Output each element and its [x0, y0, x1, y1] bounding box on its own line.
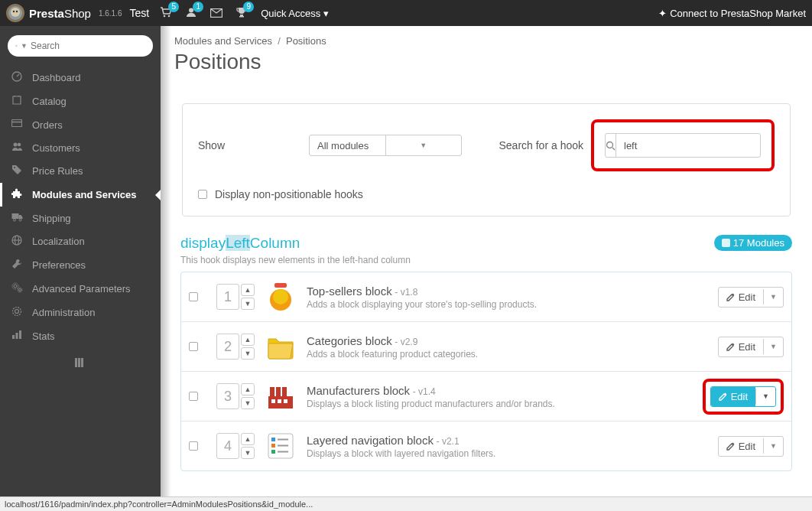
users-icon	[11, 142, 23, 154]
module-count-badge[interactable]: 17 Modules	[714, 235, 792, 251]
checkbox-icon[interactable]	[198, 190, 207, 199]
sidebar-item-label: Orders	[32, 119, 63, 131]
module-version: - v2.9	[395, 337, 417, 347]
breadcrumb-current: Positions	[286, 35, 326, 47]
caret-down-icon[interactable]: ▼	[763, 289, 783, 304]
move-down-button[interactable]: ▼	[241, 397, 255, 409]
sidebar-item-label: Customers	[32, 142, 80, 154]
sidebar-item-orders[interactable]: Orders	[0, 113, 161, 136]
sidebar-item-localization[interactable]: Localization	[0, 229, 161, 253]
user-badge: 1	[193, 2, 203, 12]
module-name: Layered navigation block	[307, 434, 434, 447]
svg-rect-46	[284, 399, 287, 403]
mail-icon[interactable]	[210, 7, 222, 20]
module-info: Layered navigation block - v2.1 Displays…	[307, 434, 710, 459]
move-up-button[interactable]: ▲	[241, 383, 255, 395]
quick-access-dropdown[interactable]: Quick Access ▾	[261, 8, 329, 19]
trophy-badge: 9	[243, 2, 254, 12]
svg-point-28	[13, 308, 21, 316]
module-version: - v1.4	[413, 386, 436, 397]
move-down-button[interactable]: ▼	[241, 447, 255, 459]
hook-title[interactable]: displayLeftColumn	[180, 235, 411, 252]
position-number: 2	[216, 334, 239, 360]
position-control: 2 ▲ ▼	[216, 334, 255, 360]
status-url: localhost/1616/padmin/index.php?controll…	[5, 500, 313, 509]
sidebar-item-price-rules[interactable]: Price Rules	[0, 159, 161, 183]
module-version: - v2.1	[437, 436, 460, 447]
edit-button[interactable]: Edit▼	[718, 337, 784, 357]
edit-button[interactable]: Edit▼	[710, 386, 776, 407]
topbar-icons: 5 1 9	[160, 7, 247, 20]
module-icon	[262, 278, 299, 315]
sidebar-item-modules-and-services[interactable]: Modules and Services	[0, 183, 161, 207]
search-hook-input-wrap	[605, 133, 761, 158]
display-non-positionable[interactable]: Display non-positionable hooks	[198, 188, 775, 200]
search-hook-input[interactable]	[616, 140, 760, 151]
svg-point-5	[168, 15, 171, 17]
sidebar-search-input[interactable]	[31, 41, 145, 51]
move-down-button[interactable]: ▼	[241, 298, 255, 310]
truck-icon	[11, 212, 23, 224]
sidebar-item-label: Administration	[32, 307, 95, 318]
svg-rect-42	[276, 387, 281, 396]
user-icon[interactable]: 1	[186, 7, 197, 20]
tag-icon	[11, 164, 23, 177]
sidebar-item-administration[interactable]: Administration	[0, 301, 161, 324]
topbar: PrestaShop 1.6.1.6 Test 5 1 9 Quick Acce…	[0, 0, 812, 26]
module-info: Manufacturers block - v1.4 Displays a bl…	[307, 384, 695, 409]
move-up-button[interactable]: ▲	[241, 284, 255, 296]
svg-point-3	[16, 11, 18, 12]
version: 1.6.1.6	[99, 9, 122, 18]
filter-panel: Show All modules ▼ Search for a hook	[182, 103, 791, 216]
dashboard-icon	[11, 71, 23, 84]
row-checkbox[interactable]	[189, 292, 198, 301]
sidebar-item-catalog[interactable]: Catalog	[0, 90, 161, 113]
svg-rect-29	[12, 335, 15, 339]
caret-down-icon[interactable]: ▼	[763, 339, 783, 354]
brand-logo[interactable]: PrestaShop 1.6.1.6	[6, 4, 122, 22]
sidebar-search: ▼	[8, 35, 153, 57]
move-up-button[interactable]: ▲	[241, 433, 255, 445]
row-checkbox[interactable]	[189, 441, 198, 451]
position-number: 1	[216, 284, 239, 310]
edit-button[interactable]: Edit▼	[718, 436, 784, 457]
sidebar-item-label: Stats	[32, 330, 55, 342]
breadcrumb-parent[interactable]: Modules and Services	[174, 35, 272, 47]
sidebar-item-label: Preferences	[32, 259, 86, 271]
marketplace-icon: ✦	[658, 8, 667, 19]
svg-rect-41	[270, 387, 274, 396]
marketplace-link[interactable]: ✦ Connect to PrestaShop Market	[658, 8, 806, 19]
move-up-button[interactable]: ▲	[241, 334, 255, 346]
svg-point-24	[12, 283, 18, 289]
row-checkbox[interactable]	[189, 342, 198, 351]
sidebar-item-stats[interactable]: Stats	[0, 324, 161, 347]
sidebar-item-customers[interactable]: Customers	[0, 136, 161, 159]
row-checkbox[interactable]	[189, 392, 198, 401]
svg-point-15	[17, 143, 21, 147]
position-control: 4 ▲ ▼	[216, 433, 255, 459]
sidebar-item-preferences[interactable]: Preferences	[0, 253, 161, 277]
site-name[interactable]: Test	[130, 7, 150, 19]
caret-down-icon[interactable]: ▼	[763, 438, 783, 454]
svg-line-36	[612, 148, 615, 150]
sidebar: ▼ DashboardCatalogOrdersCustomersPrice R…	[0, 26, 161, 496]
module-row: 2 ▲ ▼ Categories block - v2.9 Adds a blo…	[181, 322, 791, 372]
module-actions: Edit▼	[703, 379, 784, 415]
caret-down-icon[interactable]: ▼	[755, 389, 775, 404]
move-down-button[interactable]: ▼	[241, 347, 255, 360]
sidebar-item-advanced-parameters[interactable]: Advanced Parameters	[0, 277, 161, 301]
caret-down-icon[interactable]: ▼	[21, 42, 28, 50]
cart-icon[interactable]: 5	[160, 7, 172, 20]
sidebar-item-dashboard[interactable]: Dashboard	[0, 66, 161, 90]
wrench-icon	[11, 259, 23, 272]
module-description: Adds a block displaying your store's top…	[307, 299, 710, 310]
trophy-icon[interactable]: 9	[236, 7, 247, 20]
sidebar-collapse-icon[interactable]	[0, 347, 161, 380]
svg-rect-49	[271, 444, 275, 448]
sidebar-item-shipping[interactable]: Shipping	[0, 207, 161, 229]
module-select[interactable]: All modules ▼	[309, 135, 462, 156]
edit-button[interactable]: Edit▼	[718, 287, 784, 308]
module-actions: Edit▼	[718, 436, 784, 457]
svg-rect-44	[271, 399, 275, 403]
checkbox-icon	[722, 239, 730, 247]
